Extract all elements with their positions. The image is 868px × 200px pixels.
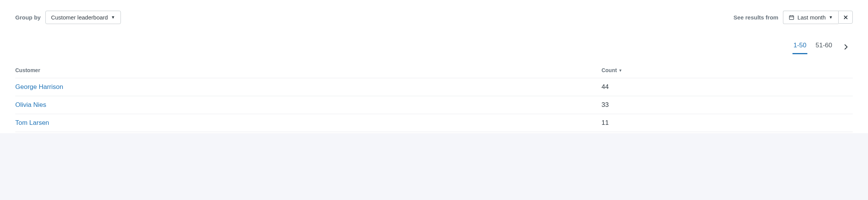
svg-rect-0 bbox=[789, 16, 794, 19]
next-page-button[interactable] bbox=[841, 42, 851, 52]
leaderboard-table: Customer Count ▼ George Harrison44Olivia… bbox=[15, 63, 853, 132]
group-by-value: Customer leaderboard bbox=[51, 13, 108, 21]
customer-link[interactable]: Tom Larsen bbox=[15, 119, 49, 126]
customer-link[interactable]: Olivia Nies bbox=[15, 101, 46, 108]
pagination: 1-50 51-60 bbox=[15, 39, 853, 54]
count-value: 33 bbox=[601, 96, 853, 114]
caret-down-icon: ▼ bbox=[829, 15, 833, 20]
group-by-dropdown[interactable]: Customer leaderboard ▼ bbox=[45, 11, 121, 24]
chevron-right-icon bbox=[842, 43, 850, 51]
page-range-2[interactable]: 51-60 bbox=[815, 39, 833, 54]
count-value: 44 bbox=[601, 78, 853, 96]
table-row: Olivia Nies33 bbox=[15, 96, 853, 114]
close-icon bbox=[843, 15, 848, 20]
count-header-text: Count bbox=[601, 67, 617, 73]
caret-down-icon: ▼ bbox=[111, 15, 115, 20]
clear-date-button[interactable] bbox=[838, 11, 853, 24]
table-row: Tom Larsen11 bbox=[15, 114, 853, 132]
date-range-value: Last month bbox=[797, 13, 826, 21]
page-range-1[interactable]: 1-50 bbox=[792, 39, 807, 54]
sort-desc-icon: ▼ bbox=[619, 68, 622, 73]
col-header-customer[interactable]: Customer bbox=[15, 63, 601, 78]
date-range-dropdown[interactable]: Last month ▼ bbox=[783, 11, 838, 24]
group-by-label: Group by bbox=[15, 14, 41, 21]
calendar-icon bbox=[789, 15, 794, 20]
customer-link[interactable]: George Harrison bbox=[15, 83, 63, 90]
count-value: 11 bbox=[601, 114, 853, 132]
table-row: George Harrison44 bbox=[15, 78, 853, 96]
see-results-label: See results from bbox=[733, 14, 778, 21]
col-header-count[interactable]: Count ▼ bbox=[601, 63, 853, 78]
